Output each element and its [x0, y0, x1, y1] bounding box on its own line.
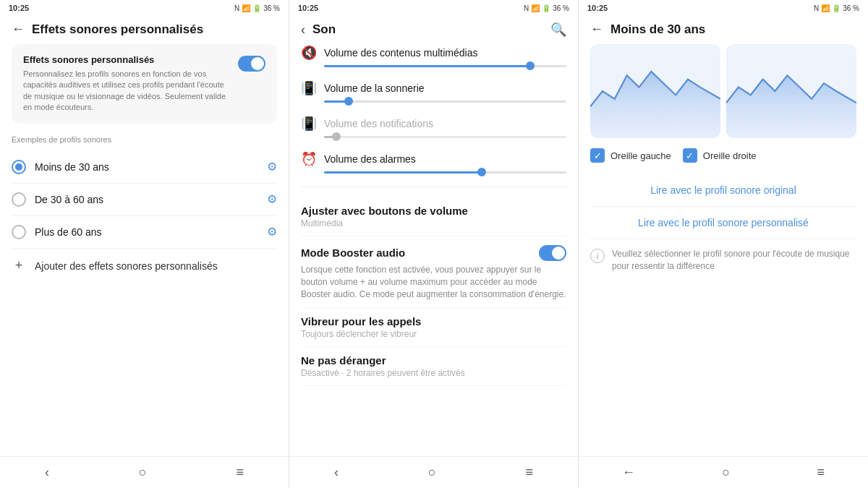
bottom-nav-3: ← ○ ≡ — [579, 456, 868, 488]
nav-home-3[interactable]: ○ — [722, 465, 730, 480]
add-icon: + — [12, 259, 26, 273]
card-text: Effets sonores personnalisés Personnalis… — [23, 54, 238, 114]
profile-item-1[interactable]: De 30 à 60 ans ⚙ — [12, 184, 277, 216]
radio-30-60[interactable] — [12, 192, 26, 207]
ear-droite: Oreille droite — [683, 148, 757, 163]
vol-icon-3: ⏰ — [301, 151, 317, 167]
ear-label-droite: Oreille droite — [703, 150, 757, 161]
volume-alarmes: ⏰ Volume des alarmes — [301, 151, 566, 174]
nav-back-1[interactable]: ‹ — [45, 465, 49, 480]
vol-label-1: Volume de la sonnerie — [324, 82, 425, 94]
nav-home-2[interactable]: ○ — [428, 465, 436, 480]
info-row: i Veuillez sélectionner le profil sonore… — [590, 239, 856, 281]
setting-desc-1: Lorsque cette fonction est activée, vous… — [301, 264, 566, 300]
vol-label-2: Volume des notifications — [324, 118, 433, 129]
panel3-content: Oreille gauche Oreille droite Lire avec … — [579, 44, 868, 456]
status-icons-3: N 📶 🔋 36 % — [814, 4, 859, 12]
setting-row-1: Mode Booster audio Lorsque cette fonctio… — [301, 236, 566, 308]
page-title-1: Effets sonores personnalisés — [32, 22, 203, 37]
feature-toggle[interactable] — [238, 56, 265, 72]
back-button-3[interactable]: ← — [590, 22, 603, 37]
graph-container — [590, 44, 856, 138]
back-button-2[interactable]: ‹ — [301, 22, 305, 38]
radio-moins30[interactable] — [12, 160, 26, 174]
slider-sonnerie[interactable] — [324, 100, 566, 103]
add-profile-item[interactable]: + Ajouter des effets sonores personnalis… — [12, 249, 277, 283]
nav-home-1[interactable]: ○ — [139, 465, 147, 480]
setting-title-1: Mode Booster audio — [301, 247, 405, 259]
status-icons-1: N 📶 🔋 36 % — [234, 4, 280, 12]
nav-back-2[interactable]: ‹ — [334, 465, 339, 480]
volume-notifications: 📳 Volume des notifications — [301, 116, 566, 138]
back-button-1[interactable]: ← — [12, 22, 25, 37]
battery-pct-3: 36 % — [843, 4, 859, 12]
setting-sub-0: Multimédia — [301, 218, 566, 228]
wifi-icon-3: 📶 — [821, 4, 830, 12]
profile-item-2[interactable]: Plus de 60 ans ⚙ — [12, 216, 277, 249]
checkbox-droite[interactable] — [683, 148, 697, 163]
nav-back-3[interactable]: ← — [622, 465, 635, 480]
setting-sub-2: Toujours déclencher le vibreur — [301, 329, 566, 339]
vol-label-0: Volume des contenus multimédias — [324, 47, 477, 59]
battery-icon-3: 🔋 — [832, 4, 841, 12]
panel2-content: 🔇 Volume des contenus multimédias 📳 Volu… — [289, 45, 578, 456]
profile-item-0[interactable]: Moins de 30 ans ⚙ — [12, 151, 277, 184]
page-title-3: Moins de 30 ans — [610, 22, 705, 37]
slider-notifications[interactable] — [324, 136, 566, 138]
status-bar-3: 10:25 N 📶 🔋 36 % — [579, 0, 868, 16]
link-personnalise[interactable]: Lire avec le profil sonore personnalisé — [590, 207, 856, 239]
battery-pct-1: 36 % — [263, 4, 280, 12]
graph-right — [726, 44, 856, 138]
battery-icon-1: 🔋 — [252, 4, 261, 12]
profile-name-1: De 30 à 60 ans — [35, 194, 267, 205]
booster-header: Mode Booster audio — [301, 244, 566, 261]
chart-right — [726, 44, 856, 138]
gear-icon-1[interactable]: ⚙ — [267, 192, 277, 206]
vol-icon-2: 📳 — [301, 116, 317, 132]
graph-left — [590, 44, 720, 138]
slider-alarmes[interactable] — [324, 171, 566, 174]
setting-sub-3: Désactivé · 2 horaires peuvent être acti… — [301, 368, 566, 378]
search-icon[interactable]: 🔍 — [550, 22, 566, 38]
divider-1 — [301, 187, 566, 187]
slider-multimedia[interactable] — [324, 65, 566, 67]
nav-menu-3[interactable]: ≡ — [817, 465, 825, 480]
profile-name-2: Plus de 60 ans — [35, 226, 267, 238]
battery-icon-2: 🔋 — [542, 4, 550, 12]
checkbox-gauche[interactable] — [590, 148, 605, 163]
radio-plus60[interactable] — [12, 225, 26, 239]
setting-row-3: Ne pas déranger Désactivé · 2 horaires p… — [301, 347, 566, 386]
panel-son: 10:25 N 📶 🔋 36 % ‹ Son 🔍 🔇 Volume des co… — [289, 0, 579, 488]
panel1-content: Effets sonores personnalisés Personnalis… — [0, 44, 289, 456]
signal-icon-3: N — [814, 4, 819, 12]
info-icon: i — [590, 249, 605, 263]
nav-menu-2[interactable]: ≡ — [526, 465, 534, 480]
slider-thumb-2 — [332, 132, 341, 141]
gear-icon-0[interactable]: ⚙ — [267, 160, 277, 174]
page-title-2: Son — [312, 22, 543, 37]
ear-gauche: Oreille gauche — [590, 148, 671, 163]
ear-row: Oreille gauche Oreille droite — [590, 148, 856, 163]
signal-icon-2: N — [524, 4, 529, 12]
nav-menu-1[interactable]: ≡ — [237, 465, 244, 480]
vol-header-3: ⏰ Volume des alarmes — [301, 151, 566, 167]
panel3-header: ← Moins de 30 ans — [579, 16, 868, 44]
card-title: Effets sonores personnalisés — [23, 54, 229, 65]
ear-label-gauche: Oreille gauche — [610, 150, 671, 161]
setting-row-2: Vibreur pour les appels Toujours déclenc… — [301, 308, 566, 347]
signal-icon-1: N — [234, 4, 239, 12]
slider-fill-3 — [324, 171, 482, 174]
link-original[interactable]: Lire avec le profil sonore original — [590, 174, 856, 207]
setting-row-0: Ajuster avec boutons de volume Multimédi… — [301, 197, 566, 236]
vol-header-0: 🔇 Volume des contenus multimédias — [301, 45, 566, 61]
booster-toggle[interactable] — [539, 245, 566, 261]
setting-title-2: Vibreur pour les appels — [301, 315, 566, 328]
gear-icon-2[interactable]: ⚙ — [267, 225, 277, 239]
time-3: 10:25 — [587, 4, 608, 12]
wifi-icon-2: 📶 — [531, 4, 540, 12]
add-label: Ajouter des effets sonores personnalisés — [35, 260, 218, 272]
panel-effets-sonores: 10:25 N 📶 🔋 36 % ← Effets sonores person… — [0, 0, 289, 488]
chart-left — [590, 44, 720, 138]
bottom-nav-2: ‹ ○ ≡ — [289, 456, 578, 488]
slider-thumb-3 — [477, 168, 486, 176]
